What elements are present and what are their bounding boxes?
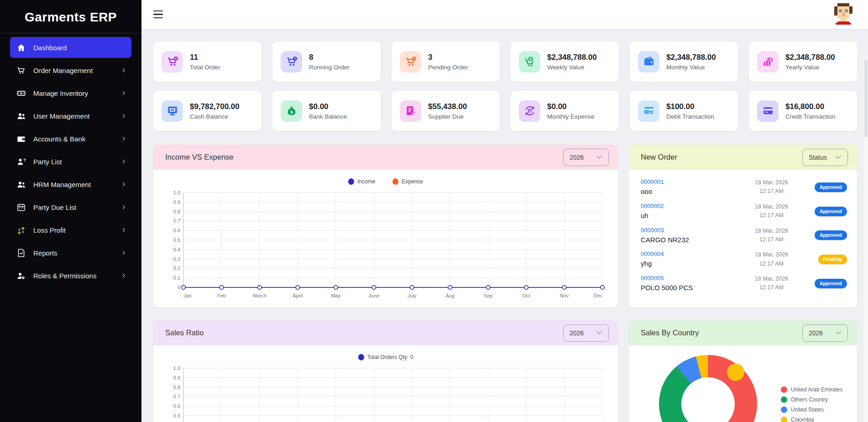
order-id-link[interactable]: 0000004 [641,250,736,258]
money-cart-icon: $ [519,51,540,73]
income-expense-panel: Income VS Expense 2026 IncomeExpense 00.… [153,145,618,307]
order-id-link[interactable]: 0000002 [641,203,736,210]
country-legend-item-others-country: Others Country [781,396,842,403]
order-id-link[interactable]: 0000003 [641,227,736,234]
menu-toggle-icon[interactable] [153,10,164,19]
country-year-select[interactable]: 2026 [802,324,848,342]
stat-value: $2,348,788.00 [547,52,597,62]
card-debit-icon [638,100,659,122]
svg-text:Sep: Sep [484,293,493,298]
sales-by-country-panel: Sales By Country 2026 United Arab Emirat… [629,320,857,422]
order-time: 12:17 AM [736,187,807,196]
chart-coin-icon: $ [757,51,779,73]
money-bag-icon: $ [281,100,302,122]
svg-text:Aug: Aug [445,293,455,298]
country-donut-chart [659,355,757,422]
sales-by-country-title: Sales By Country [641,328,699,337]
stat-value: $55,438.00 [428,102,467,111]
legend-item-expense: Expense [392,178,423,185]
chevron-right-icon [120,135,127,142]
svg-text:July: July [408,293,417,298]
scrollbar[interactable] [863,57,868,422]
chevron-right-icon [120,250,127,256]
svg-text:$: $ [529,57,532,61]
sidebar-item-manage-inventory[interactable]: Manage Inventory [10,83,131,104]
svg-text:0.7: 0.7 [173,218,180,224]
sales-ratio-year-select[interactable]: 2026 [563,324,609,342]
stat-label: Bank Balance [309,113,347,120]
stat-value: $100.00 [666,102,714,111]
chevron-down-icon [596,331,602,335]
sales-by-country-header: Sales By Country 2026 [629,320,857,345]
stat-card-cash-balance: $9,782,700.00 Cash Balance [153,91,261,131]
app-root: Garments ERP Dashboard Order Management … [0,0,868,422]
svg-text:0.9: 0.9 [173,375,180,380]
stat-card-weekly-value: $ $2,348,788.00 Weekly Value [511,42,619,82]
sidebar-item-party-list[interactable]: ? Party List [10,151,131,172]
country-legend-item-united-states: United States [781,406,842,413]
stat-card-yearly-value: $ $2,348,788.00 Yearly Value [749,42,857,82]
svg-text:0.5: 0.5 [173,237,180,243]
chevron-right-icon [120,181,127,188]
order-row: 0000003 CARGO NR232 18 Mar, 2026 12:17 A… [641,224,847,248]
income-expense-header: Income VS Expense 2026 [153,145,618,170]
dashboard-content: 11 Total Order 8 Running Order 3 Pending… [141,29,868,422]
cart-clock-icon [400,51,421,73]
sidebar: Garments ERP Dashboard Order Management … [0,0,141,422]
country-chart-body: United Arab EmiratesOthers CountryUnited… [629,345,857,422]
legend-dot [392,178,398,185]
sidebar-item-reports[interactable]: Reports [10,242,131,263]
stat-value: $9,782,700.00 [190,102,240,111]
chevron-right-icon [120,90,127,96]
sidebar-item-hrm-management[interactable]: HRM Management [10,174,131,195]
stat-label: Yearly Value [785,64,835,71]
user-avatar[interactable] [831,3,856,26]
svg-text:0.7: 0.7 [173,394,180,399]
order-id-link[interactable]: 0000001 [641,178,736,186]
stat-value: 11 [190,52,220,62]
stat-label: Monthly Expense [547,113,595,120]
stat-label: Total Order [190,64,220,71]
stat-label: Credit Transaction [785,113,836,120]
chevron-right-icon [120,158,127,165]
wallet-card-icon [638,51,659,73]
sidebar-item-user-management[interactable]: User Management [10,105,131,126]
stat-card-bank-balance: $ $0.00 Bank Balance [272,91,381,131]
credit-card-icon [757,100,779,122]
order-date: 18 Mar, 2026 [736,227,807,235]
income-year-select[interactable]: 2026 [563,149,609,166]
sidebar-item-order-management[interactable]: Order Management [10,60,131,81]
order-time: 12:17 AM [736,283,807,292]
sidebar-menu: Dashboard Order Management Manage Invent… [0,37,141,286]
sidebar-item-dashboard[interactable]: Dashboard [10,37,131,58]
svg-text:0.8: 0.8 [173,209,180,214]
order-name: ooo [641,187,736,196]
sidebar-item-roles-permissions[interactable]: Roles & Permissions [10,265,131,286]
money-transfer-icon: $ [519,100,540,122]
order-datetime: 18 Mar, 2026 12:17 AM [736,275,807,292]
donut-slice-marker [727,364,744,381]
svg-text:0.4: 0.4 [173,247,180,252]
panel-row-top: Income VS Expense 2026 IncomeExpense 00.… [153,145,857,307]
legend-dot [781,406,787,413]
order-id-link[interactable]: 0000005 [641,275,736,282]
cart-plus-icon [162,51,183,73]
stat-value: 8 [309,52,350,62]
stat-value: $2,348,788.00 [785,52,835,62]
atm-icon [162,100,183,122]
svg-text:Jan: Jan [183,293,192,298]
stat-label: Debit Transaction [666,113,714,120]
sidebar-item-party-due-list[interactable]: Party Due List [10,197,131,218]
loss-profit-icon: $$ [16,224,26,235]
sidebar-item-accounts-bank[interactable]: Accounts & Bank [10,128,131,149]
sidebar-item-loss-profit[interactable]: $$ Loss Profit [10,219,131,240]
svg-text:0.9: 0.9 [173,199,180,205]
stat-card-monthly-value: $2,348,788.00 Monthly Value [630,42,738,82]
legend-dot [781,396,787,403]
order-status-select[interactable]: Status [802,149,848,166]
svg-text:0.1: 0.1 [173,275,180,281]
chevron-down-icon [835,155,842,159]
scrollbar-thumb[interactable] [864,59,868,137]
order-name: CARGO NR232 [641,235,736,245]
donut-hole [681,377,735,422]
